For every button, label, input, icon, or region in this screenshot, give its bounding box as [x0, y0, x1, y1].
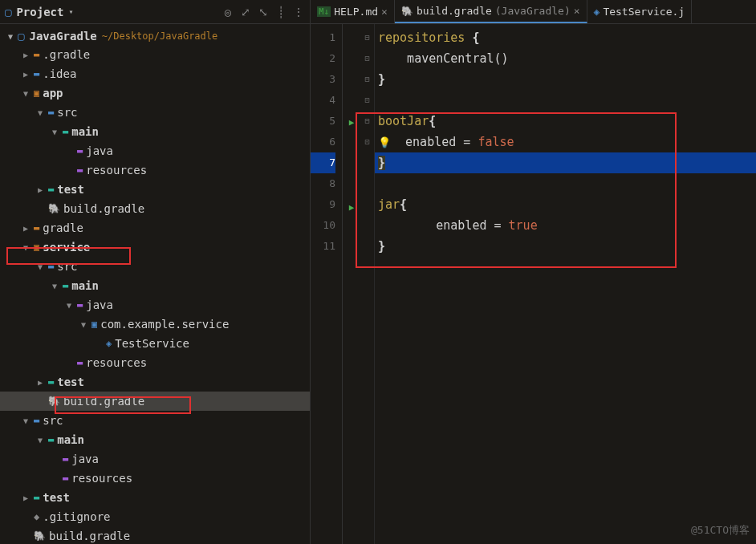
tree-row[interactable]: ▶▬ gradle [0, 218, 310, 237]
tree-row[interactable]: ▶▬ test [0, 488, 310, 507]
expand-icon[interactable]: ⤢ [239, 6, 252, 18]
tree-arrow[interactable]: ▼ [50, 128, 59, 136]
fold-icon[interactable]: ⊡ [360, 90, 374, 111]
code-line[interactable]: 💡 enabled = false [378, 132, 756, 152]
code-line[interactable]: enabled = true [378, 215, 756, 236]
tree-row[interactable]: ▶▬ test [0, 372, 310, 392]
tree-arrow[interactable]: ▼ [21, 243, 30, 252]
code-line[interactable] [378, 173, 756, 194]
tree-row[interactable]: ▬ java [0, 141, 310, 160]
run-icon[interactable]: ▶ [349, 117, 355, 128]
editor-tab[interactable]: ◈TestService.j [587, 0, 693, 23]
tree-arrow[interactable]: ▼ [35, 436, 45, 445]
project-tool-header: ▢ Project ▾ ◎ ⤢ ⤡ ┊ ⋮ [0, 0, 311, 23]
code-line[interactable]: jar{ [378, 194, 756, 215]
tree-row[interactable]: ◈ TestService [0, 334, 310, 353]
editor-tab[interactable]: 🐘build.gradle (JavaGradle) × [395, 0, 587, 23]
tree-arrow[interactable]: ▼ [79, 320, 88, 329]
code-line[interactable]: mavenCentral() [378, 48, 756, 69]
run-gutter[interactable]: ▶ ▶ [343, 24, 360, 544]
tree-arrow[interactable]: ▼ [50, 282, 59, 290]
folder-icon: ▬ [34, 49, 39, 60]
tree-label: .gitignore [43, 510, 110, 523]
tree-arrow[interactable]: ▶ [21, 70, 30, 79]
tree-row[interactable]: ▼▣ com.example.service [0, 315, 310, 334]
tree-row[interactable]: ▼▣ service [0, 237, 310, 257]
fold-gutter[interactable]: ⊟ ⊡ ⊟ ⊡ ⊟ ⊡ [360, 24, 375, 544]
menu-icon[interactable]: ⋮ [292, 6, 305, 18]
divider: ┊ [274, 6, 287, 18]
tree-label: resources [86, 356, 147, 369]
line-number: 7 [311, 152, 335, 173]
tree-row[interactable]: ◆ .gitignore [0, 507, 310, 526]
code-editor[interactable]: 1234567891011 ▶ ▶ ⊟ ⊡ ⊟ ⊡ ⊟ ⊡ repositori… [311, 24, 756, 544]
line-number: 8 [311, 173, 335, 194]
tree-label: service [43, 241, 90, 254]
tree-arrow[interactable]: ▼ [21, 89, 30, 98]
tree-row[interactable]: ▼▬ main [0, 430, 310, 449]
code-area[interactable]: repositories { mavenCentral()} bootJar{💡… [375, 24, 756, 544]
folder-icon: ▬ [48, 434, 54, 445]
fold-icon[interactable]: ⊡ [360, 132, 374, 152]
fold-icon[interactable]: ⊟ [360, 111, 374, 132]
project-tree[interactable]: ▼ ▢ JavaGradle ~/Desktop/JavaGradle ▶▬ .… [0, 24, 311, 544]
code-line[interactable]: } [378, 69, 756, 90]
project-title[interactable]: Project [16, 6, 63, 18]
tree-row[interactable]: ▼▣ app [0, 83, 310, 103]
tree-arrow[interactable]: ▶ [21, 51, 30, 59]
tree-row[interactable]: ▼▬ java [0, 295, 310, 315]
code-line[interactable]: bootJar{ [378, 111, 756, 132]
tree-arrow[interactable]: ▶ [21, 224, 30, 233]
tree-label: main [71, 125, 99, 138]
project-root-name: JavaGradle [29, 30, 96, 43]
target-icon[interactable]: ◎ [222, 6, 234, 18]
tree-row[interactable]: 🐘 build.gradle [0, 199, 310, 218]
fold-icon[interactable]: ⊟ [360, 69, 374, 90]
code-line[interactable]: } [378, 236, 756, 257]
tree-row[interactable]: ▼▬ main [0, 122, 310, 141]
tree-row[interactable]: ▬ resources [0, 160, 310, 180]
code-line[interactable] [378, 90, 756, 111]
fold-icon[interactable]: ⊡ [360, 48, 374, 69]
tree-row[interactable]: 🐘 build.gradle [0, 526, 310, 544]
tree-label: java [86, 144, 113, 157]
tree-label: java [71, 453, 99, 465]
tree-arrow[interactable]: ▼ [35, 108, 45, 117]
collapse-icon[interactable]: ⤡ [257, 6, 270, 18]
line-number: 2 [311, 48, 335, 69]
close-icon[interactable]: × [574, 5, 580, 17]
tree-arrow[interactable]: ▼ [64, 301, 74, 310]
code-line[interactable]: } [375, 152, 756, 173]
git-icon: ◆ [34, 511, 39, 522]
fold-icon[interactable]: ⊟ [360, 27, 374, 48]
tree-row[interactable]: ▶▬ test [0, 180, 310, 199]
tree-row[interactable]: ▼▬ src [0, 257, 310, 276]
tree-row[interactable]: ▬ resources [0, 353, 310, 372]
chevron-down-icon[interactable]: ▾ [68, 7, 73, 16]
run-icon[interactable]: ▶ [349, 202, 355, 213]
tree-row[interactable]: ▶▬ .idea [0, 64, 310, 83]
tree-row[interactable]: ▶▬ .gradle [0, 45, 310, 64]
tree-label: main [57, 433, 84, 446]
tree-row[interactable]: ▼▬ src [0, 411, 310, 430]
code-line[interactable]: repositories { [378, 27, 756, 48]
intention-bulb-icon[interactable]: 💡 [378, 136, 391, 148]
tree-arrow[interactable]: ▶ [21, 493, 30, 502]
tab-label: build.gradle [417, 5, 492, 17]
tree-arrow[interactable]: ▼ [35, 262, 45, 271]
folder-icon: ▬ [77, 357, 83, 368]
tree-label: java [86, 298, 113, 311]
tree-row[interactable]: ▬ java [0, 449, 310, 469]
tree-label: main [71, 279, 99, 292]
tree-arrow[interactable]: ▼ [21, 416, 30, 425]
tree-row[interactable]: 🐘 build.gradle [0, 392, 310, 411]
editor-tab[interactable]: M↓HELP.md × [311, 0, 395, 23]
tree-arrow[interactable]: ▶ [35, 378, 45, 387]
close-icon[interactable]: × [381, 6, 388, 18]
tree-row[interactable]: ▼▬ src [0, 103, 310, 122]
tree-arrow[interactable]: ▶ [35, 185, 45, 194]
tree-row[interactable]: ▼▬ main [0, 276, 310, 295]
project-root[interactable]: ▼ ▢ JavaGradle ~/Desktop/JavaGradle [0, 27, 310, 45]
folder-icon: ▬ [63, 126, 68, 137]
tree-row[interactable]: ▬ resources [0, 469, 310, 488]
